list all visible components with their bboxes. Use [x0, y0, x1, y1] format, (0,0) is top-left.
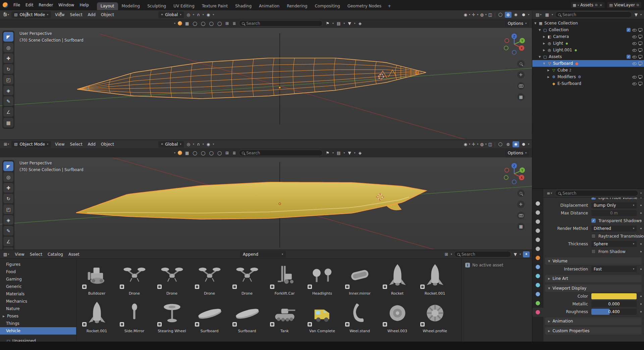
disclosure-icon[interactable]: ▶ [542, 35, 546, 38]
display-list-icon[interactable]: ▤ [336, 151, 341, 155]
modifier-icon[interactable]: ⚙ [577, 75, 582, 79]
asset-search[interactable] [454, 251, 511, 257]
workspace-tab-rendering[interactable]: Rendering [283, 2, 311, 10]
disable-viewport-icon[interactable] [638, 61, 642, 66]
workspace-tab-shading[interactable]: Shading [231, 2, 255, 10]
asset-menu-catalog[interactable]: Catalog [45, 250, 66, 258]
properties-tab-material[interactable] [532, 308, 543, 317]
tool-move-button[interactable]: ✚ [3, 53, 13, 63]
axis-z-neg-ball[interactable] [512, 50, 516, 54]
color-swatch[interactable] [591, 293, 637, 299]
tool-move-button[interactable]: ✚ [3, 183, 13, 193]
workspace-tab-modeling[interactable]: Modeling [118, 2, 144, 10]
snap-magnet-icon[interactable]: ∩ [196, 12, 201, 17]
workspace-tab-geometry-nodes[interactable]: Geometry Nodes [344, 2, 385, 10]
viewport-menu-object[interactable]: Object [98, 10, 117, 19]
tool-tweak-select-button[interactable]: ◤ [3, 161, 13, 171]
light-type-icon[interactable]: ● [574, 49, 578, 52]
disable-viewport-icon[interactable] [638, 82, 642, 86]
xray-icon[interactable]: ◫ [488, 142, 493, 147]
viewport-search-input[interactable] [246, 21, 320, 26]
view-layer-selector[interactable]: ▤ ViewLayer ⧉ [607, 2, 641, 8]
tool-rotate-button[interactable]: ↻ [3, 194, 13, 203]
options-dropdown[interactable]: Options▾ [505, 20, 529, 27]
new-scene-button[interactable]: ⧉ [595, 3, 598, 7]
catalog-food[interactable]: Food [0, 268, 76, 276]
shading-wireframe-icon[interactable]: ◯ [497, 141, 504, 147]
ortho-grid-icon[interactable]: ▦ [517, 93, 525, 101]
shading-rendered-icon[interactable]: ● [520, 12, 527, 18]
transform-pivot-icon[interactable]: ◎ [186, 12, 191, 17]
overlays-icon[interactable]: ◍ [479, 142, 484, 147]
menu-render[interactable]: Render [36, 0, 56, 10]
properties-tab-modifiers[interactable] [532, 262, 543, 271]
animate-dot[interactable] [637, 303, 642, 305]
animate-dot[interactable] [637, 296, 642, 297]
disclosure-icon[interactable]: ▼ [538, 29, 541, 32]
display-mode-icon[interactable]: ▦ [544, 12, 549, 17]
disable-viewport-icon[interactable] [638, 48, 642, 52]
workspace-tab-compositing[interactable]: Compositing [311, 2, 343, 10]
properties-tab-object-data[interactable] [532, 299, 543, 308]
asset-tile-rocket[interactable]: Rocket [379, 261, 416, 296]
asset-details-toggle[interactable]: ✦ [523, 251, 530, 257]
workspace-tab-animation[interactable]: Animation [255, 2, 283, 10]
outliner-row-surfboard[interactable]: ▼▽Surfboard● [532, 60, 644, 67]
lines-icon[interactable]: ≣ [232, 151, 236, 155]
annotate-flag-icon[interactable]: ⚑ [325, 21, 330, 26]
asset-tile-wheel-003[interactable]: Wheel.003 [379, 299, 416, 333]
disclosure-icon[interactable]: ▼ [538, 55, 541, 58]
properties-tab-tool[interactable] [532, 199, 543, 208]
outliner-row-light[interactable]: ▶◎Light● [532, 40, 644, 47]
axis-x-neg-ball[interactable] [505, 39, 509, 43]
snap-magnet-icon[interactable]: ∩ [196, 142, 201, 147]
gizmos-icon[interactable]: ✛ [471, 142, 476, 147]
viewport-menu-view[interactable]: View [52, 140, 67, 148]
new-view-layer-button[interactable]: ⧉ [636, 3, 639, 7]
shading-ball-2-icon[interactable]: ◯ [200, 151, 206, 155]
tool-measure-button[interactable]: ∠ [3, 237, 13, 246]
intersection-dropdown[interactable]: Fast▾ [591, 266, 637, 272]
disable-viewport-icon[interactable] [638, 55, 642, 59]
outliner-search[interactable] [555, 11, 632, 18]
catalog-poses[interactable]: ▶Poses [0, 312, 76, 320]
camera-view-icon[interactable] [517, 82, 525, 90]
shield-icon[interactable]: ◈ [358, 151, 362, 155]
viewport-3d-bottom[interactable]: ⊞▾ ▧Object Mode▾ ViewSelectAddObject ⌖Gl… [0, 140, 532, 250]
viewport-search[interactable] [239, 20, 323, 27]
tiles-icon[interactable]: ⊞ [225, 21, 229, 26]
shading-ball-2-icon[interactable]: ◯ [200, 21, 206, 26]
shield-icon[interactable]: ◈ [358, 21, 362, 26]
disclosure-icon[interactable]: ▼ [542, 62, 546, 65]
menu-window[interactable]: Window [56, 0, 77, 10]
workspace-tab-uv-editing[interactable]: UV Editing [170, 2, 198, 10]
menu-edit[interactable]: Edit [23, 0, 36, 10]
outliner-row-collection[interactable]: ▼▢Collection✓ [532, 27, 644, 33]
outliner-row-scene-collection[interactable]: ▼▦Scene Collection [532, 20, 644, 27]
visibility-icon[interactable]: ◉ [463, 142, 468, 147]
transform-pivot-icon[interactable]: ◎ [186, 142, 191, 147]
viewport-menu-object[interactable]: Object [98, 140, 117, 148]
mode-dropdown[interactable]: ▧Object Mode▾ [11, 141, 51, 148]
thumbnail-size-icon[interactable]: ⊞ [444, 252, 449, 257]
catalog-mechanics[interactable]: Mechanics [0, 298, 76, 305]
workspace-tab-layout[interactable]: Layout [97, 2, 118, 10]
shading-material-icon[interactable]: ◉ [513, 141, 519, 147]
section-volume[interactable]: ▼Volume [545, 257, 642, 265]
asset-tile-rocket-001[interactable]: Rocket.001 [78, 299, 115, 333]
proportional-editing-icon[interactable]: ◉ [206, 142, 211, 147]
disclosure-icon[interactable]: ▶ [542, 42, 546, 45]
catalog-generic[interactable]: Generic [0, 283, 76, 290]
navigation-gizmo[interactable]: Z Y X [502, 32, 527, 57]
tool-annotate-button[interactable]: ✎ [3, 226, 13, 236]
editor-type-icon[interactable]: ≡▾ [546, 191, 553, 196]
filter-funnel-icon[interactable]: ▼ [513, 252, 518, 257]
shading-ball-4-icon[interactable]: ◯ [217, 21, 222, 26]
asset-tile-wheel-profile[interactable]: Wheel.profile [417, 299, 453, 333]
properties-search-input[interactable] [562, 191, 635, 196]
max-distance-field[interactable]: 0 m [591, 210, 637, 216]
properties-tab-scene[interactable] [532, 235, 543, 244]
zoom-icon[interactable] [517, 190, 525, 197]
hide-eye-icon[interactable] [632, 75, 637, 79]
display-list-icon[interactable]: ▤ [336, 21, 341, 26]
